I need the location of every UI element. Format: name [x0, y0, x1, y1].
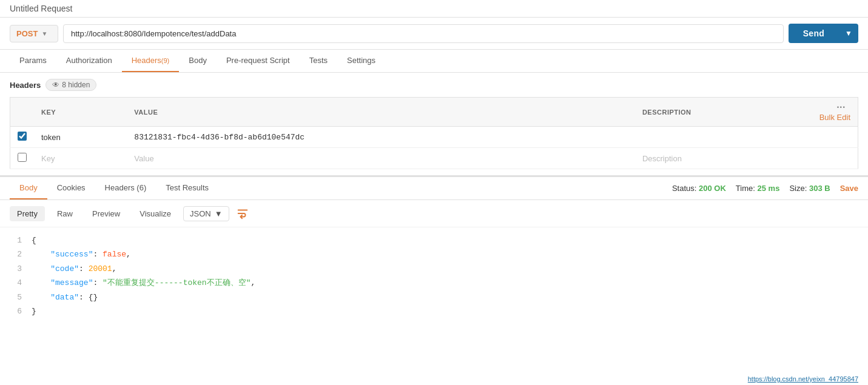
- json-format-label: JSON: [190, 209, 211, 218]
- url-bar: POST ▼ Send ▼: [0, 18, 868, 50]
- response-toolbar: Pretty Raw Preview Visualize JSON ▼: [0, 200, 868, 227]
- send-dropdown-button[interactable]: ▼: [839, 24, 858, 43]
- method-chevron-icon: ▼: [41, 30, 47, 37]
- headers-table-head-row: KEY VALUE DESCRIPTION ··· Bulk Edit: [10, 98, 858, 127]
- row-key: token: [41, 133, 61, 142]
- json-line-2: 2 "success": false,: [10, 247, 858, 261]
- headers-title: Headers: [10, 81, 41, 90]
- tab-headers[interactable]: Headers(9): [122, 50, 180, 72]
- tab-authorization[interactable]: Authorization: [56, 50, 122, 72]
- method-label: POST: [16, 29, 38, 38]
- response-tab-body[interactable]: Body: [10, 177, 47, 199]
- placeholder-checkbox[interactable]: [18, 153, 27, 162]
- tab-params[interactable]: Params: [10, 50, 56, 72]
- json-format-selector[interactable]: JSON ▼: [183, 206, 229, 221]
- response-section: Body Cookies Headers (6) Test Results St…: [0, 175, 868, 324]
- placeholder-key-cell[interactable]: Key: [34, 148, 127, 169]
- col-actions: ··· Bulk Edit: [810, 98, 858, 127]
- request-tabs: Params Authorization Headers(9) Body Pre…: [0, 50, 868, 73]
- tab-tests[interactable]: Tests: [300, 50, 337, 72]
- placeholder-key: Key: [41, 154, 55, 163]
- wrap-icon[interactable]: [234, 205, 251, 222]
- more-actions-icon[interactable]: ···: [836, 102, 846, 112]
- response-tabs-bar: Body Cookies Headers (6) Test Results St…: [0, 177, 868, 200]
- title-bar: Untitled Request: [0, 0, 868, 18]
- table-row: token 83121831-fbc4-4d36-bf8d-ab6d10e547…: [10, 127, 858, 148]
- placeholder-description-cell[interactable]: Description: [635, 148, 810, 169]
- col-key: KEY: [34, 98, 127, 127]
- status-value: 200 OK: [699, 184, 726, 193]
- placeholder-value: Value: [134, 154, 153, 163]
- hidden-count: 8 hidden: [62, 81, 90, 89]
- row-value: 83121831-fbc4-4d36-bf8d-ab6d10e547dc: [134, 133, 304, 142]
- row-value-cell: 83121831-fbc4-4d36-bf8d-ab6d10e547dc: [127, 127, 635, 148]
- status-label: Status: 200 OK: [672, 184, 726, 193]
- format-visualize-button[interactable]: Visualize: [132, 206, 178, 221]
- response-tabs: Body Cookies Headers (6) Test Results: [10, 177, 218, 199]
- response-tab-headers[interactable]: Headers (6): [95, 177, 156, 199]
- headers-section: Headers 👁 8 hidden KEY VALUE DESCRIPTION…: [0, 73, 868, 175]
- tab-settings[interactable]: Settings: [337, 50, 385, 72]
- col-value: VALUE: [127, 98, 635, 127]
- json-line-5: 5 "data": {}: [10, 290, 858, 304]
- bulk-edit-button[interactable]: Bulk Edit: [819, 113, 850, 122]
- response-tab-test-results[interactable]: Test Results: [156, 177, 218, 199]
- col-description: DESCRIPTION: [635, 98, 810, 127]
- headers-label: Headers 👁 8 hidden: [10, 79, 858, 91]
- response-status: Status: 200 OK Time: 25 ms Size: 303 B S…: [672, 184, 858, 193]
- tab-body[interactable]: Body: [179, 50, 217, 72]
- row-description-cell: [635, 127, 810, 148]
- json-line-4: 4 "message": "不能重复提交------token不正确、空",: [10, 276, 858, 290]
- tab-pre-request-script[interactable]: Pre-request Script: [217, 50, 300, 72]
- placeholder-description: Description: [642, 154, 682, 163]
- size-value: 303 B: [809, 184, 830, 193]
- eye-icon: 👁: [52, 81, 59, 89]
- send-button-group: Send ▼: [789, 24, 858, 43]
- response-body: 1 { 2 "success": false, 3 "code": 20001,…: [0, 227, 868, 324]
- json-line-3: 3 "code": 20001,: [10, 262, 858, 276]
- send-button[interactable]: Send: [789, 24, 839, 43]
- time-value: 25 ms: [758, 184, 780, 193]
- row-actions-cell: [810, 127, 858, 148]
- col-checkbox: [10, 98, 35, 127]
- format-pretty-button[interactable]: Pretty: [10, 206, 45, 221]
- format-preview-button[interactable]: Preview: [85, 206, 127, 221]
- format-raw-button[interactable]: Raw: [50, 206, 80, 221]
- save-response-button[interactable]: Save: [840, 184, 858, 193]
- row-checkbox-cell: [10, 127, 35, 148]
- size-label: Size: 303 B: [789, 184, 830, 193]
- hidden-toggle[interactable]: 👁 8 hidden: [45, 79, 96, 91]
- json-line-1: 1 {: [10, 233, 858, 247]
- json-line-6: 6 }: [10, 304, 858, 318]
- placeholder-checkbox-cell: [10, 148, 35, 169]
- time-label: Time: 25 ms: [736, 184, 780, 193]
- placeholder-actions-cell: [810, 148, 858, 169]
- json-format-chevron-icon: ▼: [215, 209, 223, 218]
- headers-table: KEY VALUE DESCRIPTION ··· Bulk Edit toke…: [10, 97, 858, 169]
- row-key-cell: token: [34, 127, 127, 148]
- response-tab-cookies[interactable]: Cookies: [47, 177, 95, 199]
- url-input[interactable]: [63, 24, 784, 43]
- page-title: Untitled Request: [10, 4, 73, 13]
- method-selector[interactable]: POST ▼: [10, 25, 58, 42]
- placeholder-value-cell[interactable]: Value: [127, 148, 635, 169]
- placeholder-row: Key Value Description: [10, 148, 858, 169]
- row-checkbox[interactable]: [18, 132, 27, 141]
